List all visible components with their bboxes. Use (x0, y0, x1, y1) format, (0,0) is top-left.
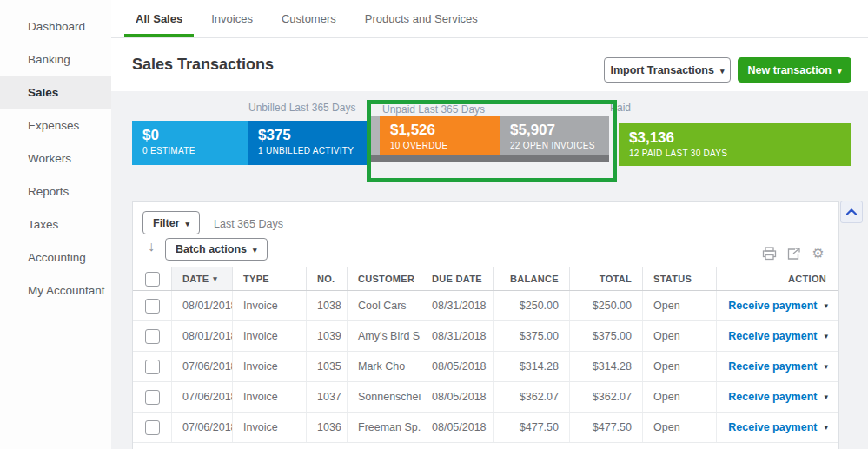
tab-all-sales[interactable]: All Sales (124, 0, 194, 37)
action-cell: Receive payment ▾ (716, 291, 838, 320)
sidebar-item-accounting[interactable]: Accounting (0, 241, 111, 274)
unpaid-group-label: Unpaid Last 365 Days (382, 103, 485, 116)
column-header-customer[interactable]: CUSTOMER (347, 267, 421, 290)
moneybar-estimates-segment[interactable]: $0 0 ESTIMATE (132, 121, 248, 165)
overdue-amount: $1,526 (390, 122, 500, 139)
row-checkbox[interactable] (145, 420, 160, 435)
customer-cell: Amy's Bird S... (347, 321, 421, 351)
checkbox-cell (133, 291, 171, 320)
checkbox-cell (133, 352, 171, 381)
action-cell: Receive payment ▾ (716, 413, 838, 442)
status-cell: Open (642, 352, 716, 381)
batch-actions-button[interactable]: Batch actions ▾ (165, 238, 268, 261)
balance-cell: $362.07 (493, 382, 569, 412)
sidebar-item-reports[interactable]: Reports (0, 175, 111, 208)
estimates-amount: $0 (142, 127, 248, 144)
status-cell: Open (642, 291, 716, 320)
gear-icon[interactable]: ⚙ (811, 246, 825, 261)
column-header-due-date[interactable]: DUE DATE (421, 267, 493, 290)
page-title: Sales Transactions (132, 56, 274, 74)
filter-button[interactable]: Filter ▾ (142, 211, 200, 234)
unbilled-group-label: Unbilled Last 365 Days (248, 102, 355, 114)
total-cell: $362.07 (569, 382, 642, 412)
customer-cell: Freeman Sp... (347, 413, 421, 442)
column-header-status[interactable]: STATUS (642, 267, 716, 290)
customer-cell: Cool Cars (347, 291, 421, 320)
type-cell: Invoice (232, 413, 306, 442)
export-icon[interactable] (786, 246, 801, 261)
table-row[interactable]: 08/01/2018 Invoice 1038 Cool Cars 08/31/… (133, 291, 838, 321)
table-row[interactable]: 07/06/2018 Invoice 1037 Sonnenschei... 0… (133, 382, 838, 413)
chevron-up-icon (846, 208, 857, 215)
overdue-caption: 10 OVERDUE (390, 141, 500, 150)
new-transaction-label: New transaction (747, 64, 832, 76)
table-header-row: DATE ▾ TYPE NO. CUSTOMER DUE DATE BALANC… (133, 267, 838, 291)
moneybar-open-invoices-segment[interactable]: $5,907 22 OPEN INVOICES (500, 116, 609, 155)
customer-cell: Mark Cho (347, 352, 421, 381)
total-cell: $375.00 (569, 321, 642, 351)
row-checkbox[interactable] (145, 299, 160, 314)
caret-down-icon[interactable]: ▾ (824, 362, 828, 371)
table-row[interactable]: 07/06/2018 Invoice 1035 Mark Cho 08/05/2… (133, 352, 838, 382)
unbilled-caption: 1 UNBILLED ACTIVITY (258, 146, 368, 155)
row-checkbox[interactable] (145, 360, 160, 374)
caret-down-icon: ▾ (253, 246, 257, 254)
moneybar-paid-segment[interactable]: $3,136 12 PAID LAST 30 DAYS (619, 123, 851, 166)
moneybar-unbilled-segment[interactable]: $375 1 UNBILLED ACTIVITY (248, 121, 368, 165)
caret-down-icon[interactable]: ▾ (824, 332, 828, 340)
caret-down-icon[interactable]: ▾ (824, 423, 828, 432)
date-cell: 08/01/2018 (171, 321, 232, 351)
moneybar-unpaid-group: $1,526 10 OVERDUE $5,907 22 OPEN INVOICE… (370, 116, 609, 162)
column-header-balance[interactable]: BALANCE (493, 267, 569, 290)
due-date-cell: 08/31/2018 (421, 321, 493, 351)
row-checkbox[interactable] (145, 390, 160, 405)
caret-down-icon[interactable]: ▾ (824, 393, 828, 401)
sidebar-item-taxes[interactable]: Taxes (0, 208, 111, 241)
caret-down-icon: ▾ (720, 67, 725, 76)
table-row[interactable]: 07/06/2018 Invoice 1036 Freeman Sp... 08… (133, 413, 838, 443)
receive-payment-link[interactable]: Receive payment (728, 360, 817, 373)
no-cell: 1035 (306, 352, 347, 381)
balance-cell: $314.28 (493, 352, 569, 381)
balance-cell: $477.50 (493, 413, 569, 442)
receive-payment-link[interactable]: Receive payment (728, 330, 817, 342)
open-invoices-amount: $5,907 (510, 122, 609, 139)
column-header-date[interactable]: DATE ▾ (171, 267, 232, 290)
sidebar-item-banking[interactable]: Banking (0, 43, 111, 76)
column-header-type[interactable]: TYPE (232, 267, 306, 290)
tab-invoices[interactable]: Invoices (200, 0, 264, 37)
receive-payment-link[interactable]: Receive payment (728, 300, 817, 312)
select-all-checkbox[interactable] (145, 272, 160, 287)
receive-payment-link[interactable]: Receive payment (728, 421, 817, 433)
transactions-panel: Filter ▾ Last 365 Days ↓ Batch actions ▾ (132, 201, 839, 449)
print-icon[interactable] (762, 246, 777, 261)
sidebar-item-dashboard[interactable]: Dashboard (0, 10, 111, 43)
row-checkbox[interactable] (145, 329, 160, 344)
import-transactions-button[interactable]: Import Transactions ▾ (604, 57, 731, 83)
no-cell: 1036 (306, 413, 347, 442)
due-date-cell: 08/31/2018 (421, 291, 493, 320)
tab-customers[interactable]: Customers (270, 0, 348, 37)
checkbox-cell (133, 321, 171, 351)
column-header-no[interactable]: NO. (306, 267, 347, 290)
total-cell: $250.00 (569, 291, 642, 320)
receive-payment-link[interactable]: Receive payment (728, 391, 817, 403)
caret-down-icon[interactable]: ▾ (824, 301, 828, 310)
sidebar-item-workers[interactable]: Workers (0, 142, 111, 175)
checkbox-cell (133, 413, 171, 442)
paid-group-label: Paid (610, 102, 631, 114)
sidebar-item-my-accountant[interactable]: My Accountant (0, 274, 111, 307)
date-cell: 07/06/2018 (171, 413, 232, 442)
table-row[interactable]: 08/01/2018 Invoice 1039 Amy's Bird S... … (133, 321, 838, 352)
sidebar-item-expenses[interactable]: Expenses (0, 109, 111, 142)
action-cell: Receive payment ▾ (716, 382, 838, 412)
tab-products-and-services[interactable]: Products and Services (354, 0, 489, 37)
scroll-top-button[interactable] (840, 201, 863, 223)
download-arrow-icon[interactable]: ↓ (148, 239, 155, 254)
column-header-total[interactable]: TOTAL (569, 267, 642, 290)
moneybar-overdue-segment[interactable]: $1,526 10 OVERDUE (380, 116, 500, 155)
new-transaction-button[interactable]: New transaction ▾ (738, 57, 851, 83)
column-header-action[interactable]: ACTION (716, 267, 838, 290)
open-invoices-caption: 22 OPEN INVOICES (510, 141, 609, 150)
sidebar-item-sales[interactable]: Sales (0, 76, 111, 109)
